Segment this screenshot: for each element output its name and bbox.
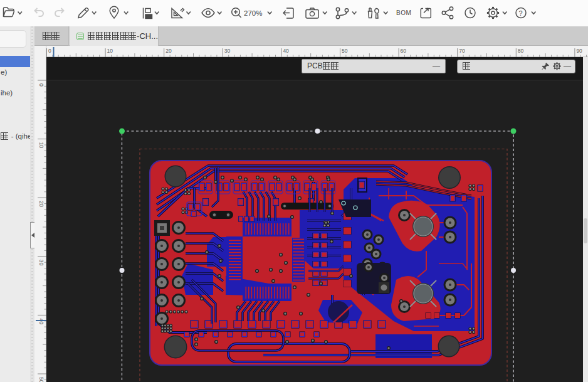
svg-text:BOM: BOM — [396, 9, 411, 16]
svg-text:20: 20 — [38, 201, 45, 207]
svg-text:90: 90 — [576, 48, 582, 54]
svg-text:0: 0 — [48, 48, 51, 54]
svg-text:10: 10 — [107, 48, 113, 54]
svg-text:80: 80 — [518, 48, 524, 54]
svg-text:10: 10 — [38, 142, 45, 149]
svg-text:270%: 270% — [244, 9, 262, 17]
svg-text:50: 50 — [342, 48, 348, 54]
svg-text:70: 70 — [459, 48, 465, 54]
svg-text:30: 30 — [224, 48, 231, 54]
svg-text:0: 0 — [38, 83, 45, 87]
svg-text:50: 50 — [38, 377, 45, 382]
svg-text:30: 30 — [38, 260, 45, 266]
svg-text:40: 40 — [38, 318, 45, 324]
svg-text:60: 60 — [401, 48, 407, 54]
svg-text:40: 40 — [283, 48, 289, 54]
svg-text:?: ? — [519, 9, 523, 17]
svg-text:20: 20 — [165, 48, 172, 54]
